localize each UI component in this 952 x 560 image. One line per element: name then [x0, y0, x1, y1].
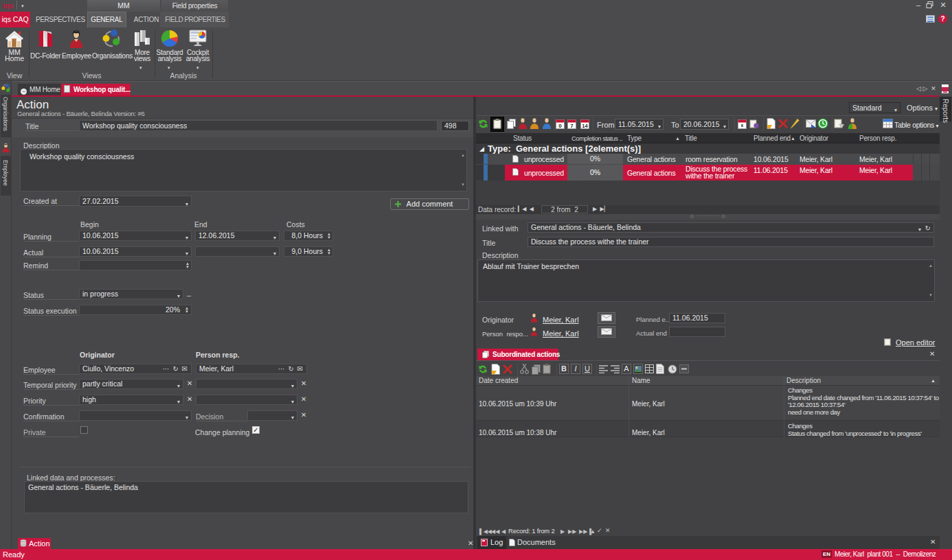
svg-text:7: 7 [570, 123, 574, 129]
svg-text:0: 0 [558, 123, 562, 129]
svg-text:14: 14 [582, 123, 588, 129]
